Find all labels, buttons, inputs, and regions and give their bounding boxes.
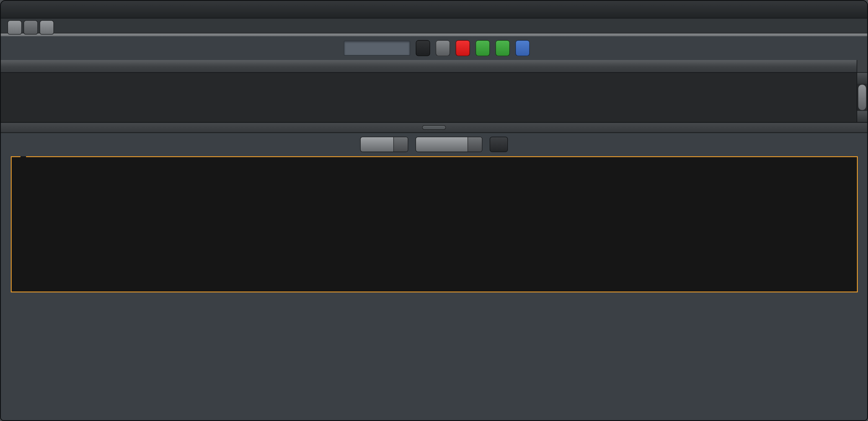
filter-input[interactable]: [344, 41, 410, 56]
unset-button[interactable]: [495, 40, 510, 56]
force-alarm-button[interactable]: [456, 40, 470, 56]
vertical-scrollbar[interactable]: [857, 60, 867, 122]
partial-row: [1, 73, 857, 75]
scroll-up-button[interactable]: [857, 73, 867, 84]
splitter-handle[interactable]: [422, 125, 446, 130]
mode-select-value: [416, 137, 467, 152]
process-alarms-button[interactable]: [475, 40, 490, 56]
merge-button[interactable]: [416, 40, 430, 56]
app-window: [0, 0, 868, 421]
tab-inputs[interactable]: [24, 20, 38, 35]
title-bar[interactable]: [1, 1, 867, 19]
settings-button[interactable]: [436, 40, 450, 56]
chart-frame: [11, 156, 858, 292]
chevron-down-icon[interactable]: [467, 137, 482, 152]
table-header-row: [1, 60, 857, 73]
toolbar: [1, 36, 867, 60]
splitter-bar[interactable]: [1, 122, 867, 133]
inputs-table: [1, 60, 867, 122]
tab-strip: [1, 19, 867, 36]
scrollbar-header-cap: [857, 60, 867, 73]
mode-select[interactable]: [415, 137, 483, 152]
pause-button[interactable]: [490, 137, 508, 152]
chart-controls: [1, 133, 867, 156]
tab-devices[interactable]: [7, 20, 22, 35]
scale-select-value: [361, 137, 393, 152]
scale-select[interactable]: [360, 137, 408, 152]
scroll-down-button[interactable]: [857, 111, 867, 122]
chevron-down-icon[interactable]: [393, 137, 408, 152]
chart-panel: [1, 156, 867, 420]
set-button[interactable]: [516, 40, 530, 56]
tab-search[interactable]: [39, 20, 54, 35]
scrollbar-thumb[interactable]: [858, 84, 866, 110]
